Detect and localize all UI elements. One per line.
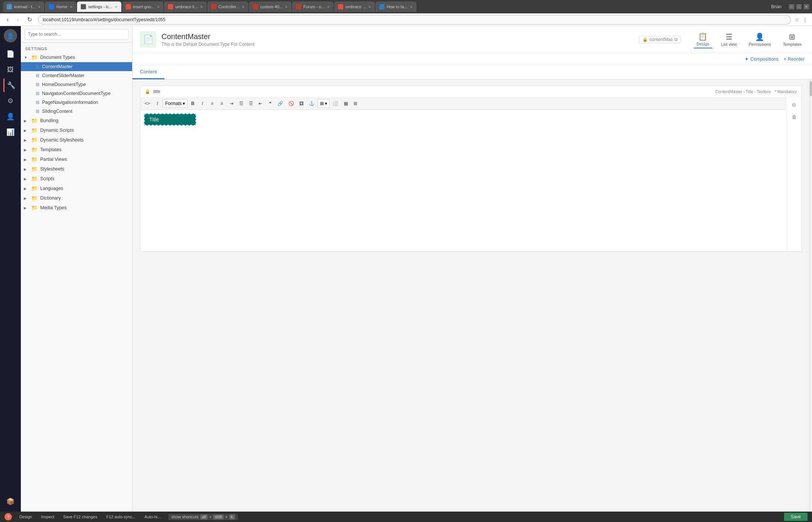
compositions-icon: ✦ [745,56,749,62]
browser-tab[interactable]: umbraco li... ✕ [164,1,207,12]
browser-tab[interactable]: Home ✕ [45,1,76,12]
rte-align-left-btn[interactable]: ≡ [208,99,217,108]
browser-tab[interactable]: custom 40... ✕ [249,1,291,12]
tree-item-sliding-content[interactable]: ⊞ SlidingContent [21,107,132,116]
rte-toolbar-row2: B I ≡ ≡ [188,99,226,108]
url-input[interactable] [38,15,791,25]
menu-icon[interactable]: ⋮ [802,17,808,23]
search-input[interactable] [25,29,128,39]
tree-item-navigation-content[interactable]: ⊞ NavigatonContentDocumentType [21,89,132,98]
rte-link-btn[interactable]: 🔗 [275,99,285,108]
browser-tab[interactable]: Forum - o... ✕ [292,1,333,12]
tree-item-dynamic-stylesheets[interactable]: ▶ 📁 Dynamic Stylesheets [21,135,132,145]
back-button[interactable]: ‹ [4,16,11,24]
save-f12-button[interactable]: Save F12 changes [62,514,99,520]
rte-indent-btn[interactable]: ⇥ [227,99,236,108]
rte-unlink-btn[interactable]: 🚫 [286,99,296,108]
save-button[interactable]: Save [784,513,808,521]
tree-item-document-types[interactable]: ▼ 📁 Document Types [21,52,132,62]
design-tab-button[interactable]: 📋 Design [694,31,712,48]
browser-tab[interactable]: koimad - f... ✕ [3,1,44,12]
rte-outdent-btn[interactable]: ⇤ [256,99,265,108]
rte-charmap-btn[interactable]: ▦ [341,99,350,108]
design-devtools-button[interactable]: Design [18,514,33,520]
copy-icon[interactable]: ⧉ [674,37,678,42]
tree-item-content-master[interactable]: ⊞ ContentMaster [21,62,132,71]
nav-media-button[interactable]: 🖼 [3,63,17,77]
tree-item-label: HomeDocumentType [42,82,86,87]
avatar[interactable]: 👤 [4,29,17,42]
reload-button[interactable]: ↻ [25,15,34,24]
minimize-button[interactable]: ─ [789,4,794,9]
templates-tab-button[interactable]: ⊞ Templates [780,31,805,48]
tree-item-home-document-type[interactable]: ⊞ HomeDocumentType [21,80,132,89]
rte-blockquote-btn[interactable]: ❝ [266,99,275,108]
tree-item-media-types[interactable]: ▶ 📁 Media Types [21,203,132,213]
bottom-bar: ? Design Inspect Save F12 changes F12 au… [0,512,812,522]
rte-italic-btn[interactable]: I [198,99,207,108]
help-button[interactable]: ? [4,513,12,521]
list-view-tab-button[interactable]: ☰ List view [718,31,740,48]
rte-italic-source-btn[interactable]: I [153,99,162,108]
rte-content-area[interactable]: Title [140,110,786,251]
browser-user: Brian [768,4,784,9]
tree-item-bundling[interactable]: ▶ 📁 Bundling [21,116,132,125]
lock-icon: 🔒 [642,37,648,42]
reorder-button[interactable]: + Reorder [784,57,805,62]
rte-bold-btn[interactable]: B [188,99,197,108]
tree-item-partial-views[interactable]: ▶ 📁 Partial Views [21,155,132,164]
property-delete-button[interactable]: 🗑 [790,112,798,121]
auto-hide-button[interactable]: Auto-hi... [143,514,162,520]
rte-formats-dropdown[interactable]: Formats ▾ [163,99,188,108]
rte-table-dropdown[interactable]: ⊞ ▾ [317,99,330,108]
browser-tab-active[interactable]: settings - lc... ✕ [77,1,121,12]
close-button[interactable]: ✕ [804,4,809,9]
f12-sync-button[interactable]: F12 auto-sync... [105,514,137,520]
property-settings-button[interactable]: ⚙ [790,101,798,109]
nav-packages-button[interactable]: 📦 [3,494,17,509]
sidebar: SETTINGS ▼ 📁 Document Types ⊞ ContentMas… [21,26,132,512]
scroll-indicator[interactable] [809,80,812,512]
bookmark-icon[interactable]: ☆ [795,17,799,23]
tab-content[interactable]: Content [132,65,164,79]
rte-list-ul-btn[interactable]: ☰ [237,99,246,108]
inspect-button[interactable]: Inspect [39,514,55,520]
rte-toolbar-row3: ⇥ ☰ ☰ ⇤ [227,99,265,108]
tree-arrow-icon: ▶ [24,196,30,200]
mandatory-badge: * Mandatory [775,89,797,94]
browser-chrome: koimad - f... ✕ Home ✕ settings - lc... … [0,0,812,13]
tree-item-page-navigation[interactable]: ⊞ PageNavigationInformation [21,98,132,107]
nav-reports-button[interactable]: 📊 [3,125,17,139]
compositions-button[interactable]: ✦ Compositions [745,56,779,62]
tree-item-languages[interactable]: ▶ 📁 Languages [21,184,132,193]
browser-tab[interactable]: Controller... ✕ [207,1,248,12]
forward-button[interactable]: › [15,16,21,24]
nav-developer-button[interactable]: ⚙ [3,94,17,108]
rte-hr-btn[interactable]: ⬜ [330,99,341,108]
rte-image-btn[interactable]: 🖼 [297,99,306,108]
nav-settings-button[interactable]: 🔧 [3,78,17,92]
rte-extra-btn[interactable]: ⊞ [351,99,360,108]
tree-item-content-slider-master[interactable]: ⊞ ContentSliderMaster [21,71,132,80]
tree-item-dynamic-scripts[interactable]: ▶ 📁 Dynamic Scripts [21,125,132,135]
reorder-label: + Reorder [784,57,805,62]
tree-item-templates[interactable]: ▶ 📁 Templates [21,145,132,155]
rte-list-ol-btn[interactable]: ☰ [246,99,255,108]
folder-icon: 📁 [31,147,38,153]
grid-icon: ⊞ [36,73,39,78]
tree-item-scripts[interactable]: ▶ 📁 Scripts [21,174,132,184]
tree-item-dictionary[interactable]: ▶ 📁 Dictionary [21,193,132,203]
nav-content-button[interactable]: 📄 [3,47,17,61]
rte-align-right-btn[interactable]: ≡ [217,99,226,108]
permissions-tab-button[interactable]: 👤 Permissions [746,31,774,48]
rte-anchor-btn[interactable]: ⚓ [307,99,317,108]
nav-users-button[interactable]: 👤 [3,109,17,124]
rte-source-btn[interactable]: <> [143,99,152,108]
main-layout: 👤 📄 🖼 🔧 ⚙ 👤 📊 📦 SETTINGS ▼ 📁 Document Ty… [0,26,812,512]
restore-button[interactable]: □ [796,4,802,9]
browser-tab[interactable]: umbraco ... ✕ [334,1,375,12]
browser-tab-how-to[interactable]: How to ta... ✕ [375,1,416,12]
plus1-label: + [209,515,211,519]
browser-tab[interactable]: insert goo... ✕ [122,1,163,12]
tree-item-stylesheets[interactable]: ▶ 📁 Stylesheets [21,164,132,174]
